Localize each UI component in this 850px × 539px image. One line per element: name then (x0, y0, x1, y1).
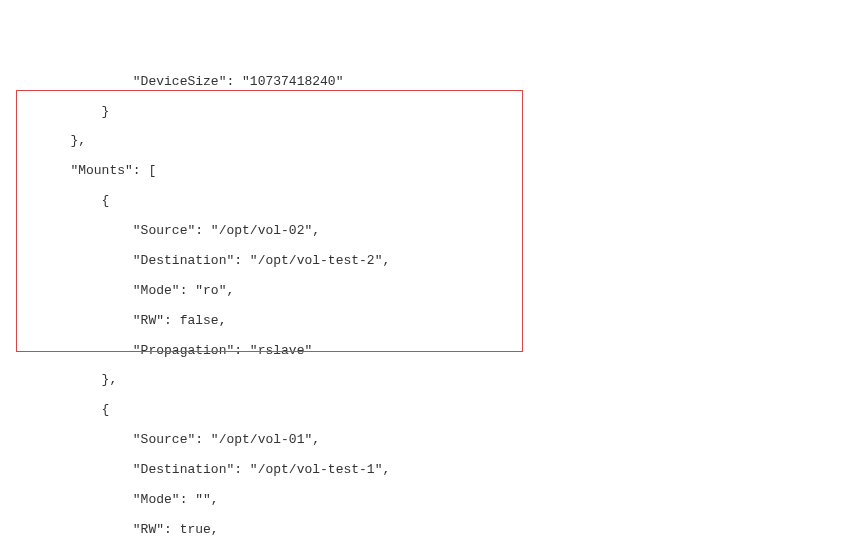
code-line: } (8, 105, 850, 120)
code-line: "DeviceSize": "10737418240" (8, 75, 850, 90)
mount-open: { (8, 403, 850, 418)
code-line: }, (8, 134, 850, 149)
mount-mode: "Mode": "ro", (8, 284, 850, 299)
mount-propagation: "Propagation": "rslave" (8, 344, 850, 359)
mount-source: "Source": "/opt/vol-02", (8, 224, 850, 239)
mount-open: { (8, 194, 850, 209)
mount-close: }, (8, 373, 850, 388)
mount-rw: "RW": true, (8, 523, 850, 538)
mount-destination: "Destination": "/opt/vol-test-1", (8, 463, 850, 478)
mounts-header: "Mounts": [ (8, 164, 850, 179)
mount-rw: "RW": false, (8, 314, 850, 329)
code-container: "DeviceSize": "10737418240" } }, "Mounts… (0, 45, 850, 539)
mount-mode: "Mode": "", (8, 493, 850, 508)
mount-source: "Source": "/opt/vol-01", (8, 433, 850, 448)
mount-destination: "Destination": "/opt/vol-test-2", (8, 254, 850, 269)
